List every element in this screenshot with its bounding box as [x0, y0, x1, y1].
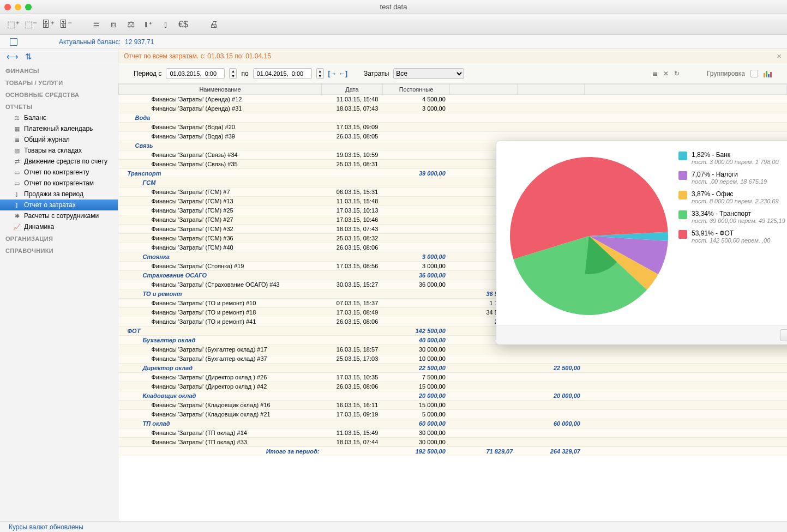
date-to-stepper[interactable]: ▲▼ — [316, 68, 324, 79]
table-row[interactable]: Кладовщик оклад20 000,0020 000,00 — [119, 391, 787, 401]
main-toolbar: ⬚⁺ ⬚⁻ 🗄⁺ 🗄⁻ ≣ ⧈ ⚖ ⫾⁺ ⫿ €$ 🖨 — [0, 14, 787, 35]
report-panel: Отчет по всем затратам. с: 01.03.15 по: … — [118, 49, 787, 521]
table-row[interactable]: Финансы 'Затраты' (Аренда) #1211.03.15, … — [119, 95, 787, 104]
legend-item: 53,91% - ФОТпост. 142 500,00 перем. ,00 — [678, 229, 787, 244]
panel-toggle-icon[interactable] — [10, 38, 17, 46]
toolbar-tree-icon[interactable]: ⫾⁺ — [142, 18, 155, 31]
table-row[interactable]: Финансы 'Затраты' (Кладовщик оклад) #211… — [119, 410, 787, 419]
status-bar: Курсы валют обновлены — [0, 521, 787, 532]
toolbar-print-icon[interactable]: 🖨 — [207, 18, 220, 31]
filter-bar: Период с ▲▼ по ▲▼ [→ ←] Затраты Все ≣ ✕ … — [118, 63, 787, 84]
sidebar-item-8[interactable]: ⫿Отчет о затратах — [0, 200, 118, 210]
col-header[interactable]: Постоянные — [382, 84, 450, 95]
sidebar-item-10[interactable]: 📈Динамика — [0, 221, 118, 232]
balance-label: Актуальный баланс: — [59, 38, 121, 46]
legend-sub: пост. 39 000,00 перем. 49 125,19 — [692, 217, 785, 224]
chart-legend: 1,82% - Банкпост. 3 000,00 перем. 1 798,… — [676, 149, 787, 323]
sidebar-item-4[interactable]: ⇄Движение средств по счету — [0, 156, 118, 167]
sidebar-head-org[interactable]: ОРГАНИЗАЦИЯ — [0, 232, 118, 244]
toolbar-list-icon[interactable]: ≣ — [89, 18, 103, 31]
sidebar-item-9[interactable]: ✱Расчеты с сотрудниками — [0, 210, 118, 221]
total-row: Итого за период:192 500,0071 829,07264 3… — [119, 447, 787, 456]
date-from-stepper[interactable]: ▲▼ — [229, 68, 237, 79]
legend-title: 33,34% - Транспорт — [692, 210, 785, 217]
sidebar-item-5[interactable]: ▭Отчет по контрагенту — [0, 167, 118, 178]
sidebar-item-7[interactable]: ⫿Продажи за период — [0, 189, 118, 200]
sidebar-item-6[interactable]: ▭Отчет по контрагентам — [0, 178, 118, 189]
toolbar-balance-icon[interactable]: ⚖ — [124, 18, 137, 31]
period-label: Период с — [134, 70, 161, 77]
table-row[interactable]: Финансы 'Затраты' (Директор оклад ) #261… — [119, 373, 787, 382]
sidebar-item-icon: ⫿ — [13, 202, 21, 208]
sidebar-head-finance[interactable]: ФИНАНСЫ — [0, 64, 118, 76]
sidebar-item-3[interactable]: ▤Товары на складах — [0, 145, 118, 156]
col-header[interactable] — [517, 84, 585, 95]
pie-chart — [502, 149, 676, 323]
chart-popup: 1,82% - Банкпост. 3 000,00 перем. 1 798,… — [496, 141, 787, 345]
toolbar-chart1-icon[interactable]: ⧈ — [107, 18, 120, 31]
table-row[interactable]: Финансы 'Затраты' (Бухгалтер оклад) #171… — [119, 345, 787, 354]
sidebar-head-assets[interactable]: ОСНОВНЫЕ СРЕДСТВА — [0, 88, 118, 100]
refresh-icon[interactable]: ↻ — [674, 70, 680, 77]
sidebar-tool-1[interactable]: ⟷ — [7, 52, 19, 62]
sidebar-item-2[interactable]: ≣Общий журнал — [0, 134, 118, 145]
toolbar-btn-4[interactable]: 🗄⁻ — [59, 18, 72, 31]
table-row[interactable]: Финансы 'Затраты' (Вода) #3926.03.15, 08… — [119, 132, 787, 141]
close-report-icon[interactable]: × — [777, 51, 782, 61]
table-row[interactable]: Вода — [119, 113, 787, 123]
cost-select[interactable]: Все — [393, 68, 464, 79]
sidebar-item-icon: ⫿ — [13, 191, 21, 197]
legend-swatch — [678, 230, 687, 239]
date-to-input[interactable] — [253, 68, 312, 79]
sidebar-item-label: Платежный календарь — [24, 125, 93, 132]
sidebar-item-label: Динамика — [24, 223, 54, 231]
sidebar-item-1[interactable]: ▦Платежный календарь — [0, 123, 118, 134]
table-row[interactable]: Финансы 'Затраты' (Директор оклад ) #422… — [119, 382, 787, 391]
legend-title: 3,87% - Офис — [692, 190, 779, 198]
sidebar-head-reports[interactable]: ОТЧЕТЫ — [0, 100, 118, 112]
sidebar-tools: ⟷ ⇅ — [0, 49, 118, 64]
group-checkbox[interactable] — [750, 70, 758, 77]
toolbar-btn-1[interactable]: ⬚⁺ — [7, 18, 20, 31]
table-row[interactable]: Директор оклад22 500,0022 500,00 — [119, 364, 787, 373]
date-shrink-icon[interactable]: [→ ←] — [328, 70, 347, 77]
cost-label: Затраты — [364, 70, 389, 77]
sidebar-item-icon: ▭ — [13, 180, 21, 187]
sidebar-item-label: Товары на складах — [24, 147, 82, 154]
col-header[interactable]: Дата — [322, 84, 383, 95]
toolbar-btn-2[interactable]: ⬚⁻ — [24, 18, 37, 31]
sidebar-head-ref[interactable]: СПРАВОЧНИКИ — [0, 244, 118, 256]
table-row[interactable]: Финансы 'Затраты' (ТП оклад) #3318.03.15… — [119, 438, 787, 447]
sidebar-item-label: Отчет по контрагентам — [24, 179, 94, 187]
table-row[interactable]: Финансы 'Затраты' (Аренда) #3118.03.15, … — [119, 104, 787, 113]
close-chart-button[interactable]: Закрыть — [780, 329, 787, 341]
col-header[interactable]: Наименование — [119, 84, 322, 95]
table-row[interactable]: Финансы 'Затраты' (Бухгалтер оклад) #372… — [119, 354, 787, 364]
view-lines-icon[interactable]: ≣ — [652, 70, 658, 77]
sidebar-item-0[interactable]: ⚖Баланс — [0, 112, 118, 123]
sidebar-item-label: Баланс — [24, 114, 46, 122]
window-title: test data — [0, 3, 787, 11]
close-x-icon[interactable]: ✕ — [663, 70, 669, 77]
period-to-label: по — [241, 70, 248, 77]
sidebar-item-icon: 📈 — [13, 223, 21, 231]
table-row[interactable]: ТП оклад60 000,0060 000,00 — [119, 419, 787, 428]
col-header[interactable] — [450, 84, 518, 95]
toolbar-bars-icon[interactable]: ⫿ — [159, 18, 172, 31]
sidebar-head-goods[interactable]: ТОВАРЫ / УСЛУГИ — [0, 76, 118, 88]
legend-item: 1,82% - Банкпост. 3 000,00 перем. 1 798,… — [678, 151, 787, 165]
sidebar-item-label: Продажи за период — [24, 190, 83, 198]
legend-item: 3,87% - Офиспост. 8 000,00 перем. 2 230,… — [678, 190, 787, 204]
status-text: Курсы валют обновлены — [9, 523, 83, 531]
report-caption: Отчет по всем затратам. с: 01.03.15 по: … — [118, 49, 787, 63]
chart-toggle-icon[interactable] — [764, 70, 772, 77]
sidebar-item-icon: ≣ — [13, 136, 21, 143]
table-row[interactable]: Финансы 'Затраты' (Кладовщик оклад) #161… — [119, 401, 787, 410]
table-row[interactable]: Финансы 'Затраты' (Вода) #2017.03.15, 09… — [119, 123, 787, 132]
toolbar-btn-3[interactable]: 🗄⁺ — [41, 18, 55, 31]
sidebar-tool-2[interactable]: ⇅ — [25, 52, 32, 62]
toolbar-currency-icon[interactable]: €$ — [177, 18, 190, 31]
date-from-input[interactable] — [166, 68, 225, 79]
table-row[interactable]: Финансы 'Затраты' (ТП оклад) #1411.03.15… — [119, 428, 787, 438]
sidebar-item-label: Движение средств по счету — [24, 158, 107, 165]
